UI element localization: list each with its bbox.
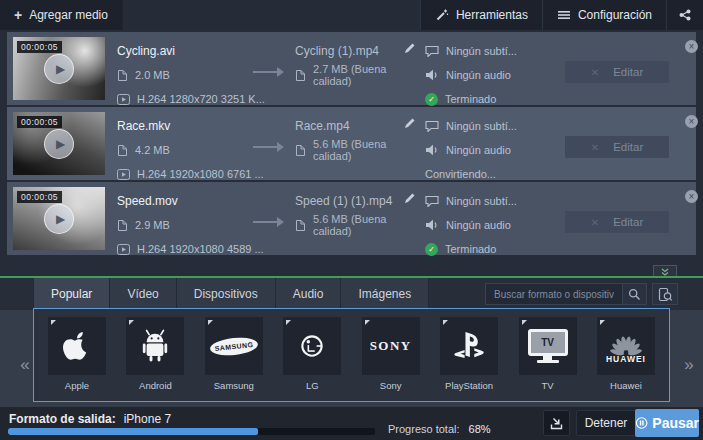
output-size: 2.7 MB (Buena calidad)	[313, 63, 407, 87]
edit-button[interactable]: ✕Editar	[565, 211, 669, 233]
play-icon[interactable]: ▶	[44, 204, 74, 234]
output-filename: Cycling (1).mp4	[295, 39, 407, 63]
search-input[interactable]	[486, 284, 622, 304]
file-icon	[295, 219, 306, 232]
audio-value[interactable]: Ningún audio	[446, 69, 511, 81]
video-thumbnail[interactable]: 00:00:05 ▶	[13, 112, 105, 175]
status-done-icon: ✓	[425, 243, 438, 256]
tv-icon: TV	[519, 317, 577, 375]
output-format-value[interactable]: iPhone 7	[124, 412, 171, 426]
scroll-right-icon[interactable]: »	[678, 354, 700, 376]
edit-button[interactable]: ✕Editar	[565, 61, 669, 83]
track-info-column: Ningún subtí... Ningún audio ✓Terminado	[425, 39, 575, 111]
video-codec-icon	[117, 94, 130, 105]
total-progress-value: 68%	[469, 423, 491, 435]
media-row-cycling[interactable]: 00:00:05 ▶ Cycling.avi 2.0 MB H.264 1280…	[7, 32, 696, 105]
output-info-column: Speed (1) (1).mp4 5.6 MB (Buena calidad)	[295, 189, 407, 237]
audio-value[interactable]: Ningún audio	[446, 144, 511, 156]
samsung-logo-icon: SAMSUNG	[205, 317, 263, 375]
status-footer: Formato de salida:iPhone 7 Progreso tota…	[0, 407, 703, 440]
tools-button[interactable]: Herramientas	[420, 0, 542, 30]
remove-row-button[interactable]: ×	[685, 115, 698, 128]
device-label: Apple	[65, 380, 89, 391]
source-info-column: Speed.mov 2.9 MB H.264 1920x1080 4589 ..…	[117, 189, 264, 261]
video-codec-icon	[117, 244, 130, 255]
media-row-speed[interactable]: 00:00:05 ▶ Speed.mov 2.9 MB H.264 1920x1…	[7, 182, 696, 255]
tab-dispositivos[interactable]: Dispositivos	[177, 278, 276, 310]
source-size: 2.9 MB	[135, 219, 170, 231]
output-info-column: Race.mp4 5.6 MB (Buena calidad)	[295, 114, 407, 162]
tab-imagenes[interactable]: Imágenes	[341, 278, 429, 310]
source-info-column: Cycling.avi 2.0 MB H.264 1280x720 3251 K…	[117, 39, 265, 111]
play-icon[interactable]: ▶	[44, 129, 74, 159]
device-detect-button[interactable]	[652, 283, 678, 305]
video-thumbnail[interactable]: 00:00:05 ▶	[13, 37, 105, 100]
stop-button[interactable]: Detener	[576, 410, 636, 436]
play-icon[interactable]: ▶	[44, 54, 74, 84]
subtitles-value[interactable]: Ningún subtí...	[446, 195, 517, 207]
pause-label: Pausar	[652, 415, 699, 431]
subtitles-value[interactable]: Ningún subtí...	[446, 120, 517, 132]
source-filename: Speed.mov	[117, 189, 264, 213]
device-apple[interactable]: Apple	[44, 317, 110, 391]
subtitles-icon	[425, 45, 439, 57]
device-sony[interactable]: SONY Sony	[358, 317, 424, 391]
source-filename: Race.mkv	[117, 114, 264, 138]
duration-badge: 00:00:05	[17, 41, 62, 53]
android-logo-icon	[126, 317, 184, 375]
tab-video[interactable]: Vídeo	[110, 278, 176, 310]
audio-value[interactable]: Ningún audio	[446, 219, 511, 231]
pause-button[interactable]: Pausar	[635, 409, 699, 437]
edit-label: Editar	[613, 66, 643, 78]
source-codec: H.264 1920x1080 4589 ...	[137, 243, 264, 255]
tv-logo-text: TV	[541, 337, 554, 348]
device-android[interactable]: Android	[122, 317, 188, 391]
arrow-icon	[253, 71, 277, 73]
remove-row-button[interactable]: ×	[685, 190, 698, 203]
tab-audio[interactable]: Audio	[276, 278, 342, 310]
arrow-icon	[253, 221, 277, 223]
media-row-race[interactable]: 00:00:05 ▶ Race.mkv 4.2 MB H.264 1920x10…	[7, 107, 696, 180]
add-media-label: Agregar medio	[29, 8, 108, 22]
settings-button[interactable]: Configuración	[542, 0, 666, 30]
sony-logo-text: SONY	[370, 338, 412, 354]
device-label: TV	[541, 380, 553, 391]
share-button[interactable]	[666, 0, 703, 30]
output-size: 5.6 MB (Buena calidad)	[313, 138, 407, 162]
device-huawei[interactable]: HUAWEI Huawei	[593, 317, 659, 391]
samsung-logo-text: SAMSUNG	[214, 341, 253, 352]
format-tabs: Popular Vídeo Dispositivos Audio Imágene…	[33, 278, 429, 310]
magic-wand-icon	[435, 8, 449, 22]
lg-logo-icon	[283, 317, 341, 375]
sony-logo-icon: SONY	[362, 317, 420, 375]
search-field	[485, 283, 647, 305]
add-media-button[interactable]: + Agregar medio	[0, 0, 123, 30]
video-thumbnail[interactable]: 00:00:05 ▶	[13, 187, 105, 250]
output-info-column: Cycling (1).mp4 2.7 MB (Buena calidad)	[295, 39, 407, 87]
file-icon	[117, 144, 128, 157]
device-samsung[interactable]: SAMSUNG Samsung	[201, 317, 267, 391]
device-label: PlayStation	[445, 380, 493, 391]
device-lg[interactable]: LG	[279, 317, 345, 391]
rename-pencil-icon[interactable]	[403, 42, 417, 56]
device-tv[interactable]: TV TV	[515, 317, 581, 391]
open-output-folder-button[interactable]	[543, 410, 570, 436]
device-playstation[interactable]: PlayStation	[436, 317, 502, 391]
scissors-icon: ✕	[591, 142, 599, 153]
status-text: Terminado	[445, 243, 496, 255]
toolbar-right-group: Herramientas Configuración	[420, 0, 703, 30]
rename-pencil-icon[interactable]	[403, 117, 417, 131]
app-window: + Agregar medio Herramientas Configuraci…	[0, 0, 703, 440]
pause-icon	[635, 415, 648, 431]
tab-popular[interactable]: Popular	[33, 278, 110, 310]
remove-row-button[interactable]: ×	[685, 40, 698, 53]
output-filename: Race.mp4	[295, 114, 407, 138]
rename-pencil-icon[interactable]	[403, 192, 417, 206]
search-icon	[628, 288, 641, 301]
search-button[interactable]	[622, 284, 646, 304]
edit-button[interactable]: ✕Editar	[565, 136, 669, 158]
subtitles-value[interactable]: Ningún subtí...	[446, 45, 517, 57]
share-icon	[678, 8, 692, 22]
device-presets-panel: Apple Android SAMSUNG Samsung LG	[33, 308, 670, 402]
file-icon	[295, 144, 306, 157]
